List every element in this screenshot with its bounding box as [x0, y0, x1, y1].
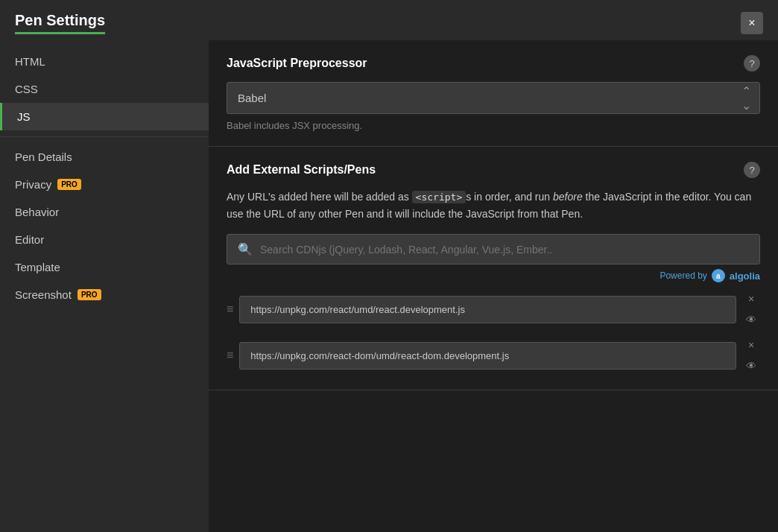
- sidebar-item-privacy[interactable]: Privacy PRO: [0, 171, 209, 198]
- sidebar-item-html[interactable]: HTML: [0, 48, 209, 75]
- preprocessor-select-wrapper: None Babel TypeScript CoffeeScript LiveS…: [227, 82, 760, 114]
- remove-script-2-button[interactable]: ×: [742, 336, 760, 354]
- modal-header: Pen Settings ×: [0, 0, 778, 34]
- desc-em: before: [553, 191, 583, 203]
- sidebar-label-behavior: Behavior: [15, 206, 59, 218]
- modal-title: Pen Settings: [15, 12, 105, 34]
- sidebar-label-privacy: Privacy: [15, 178, 51, 191]
- search-box[interactable]: 🔍: [227, 234, 760, 265]
- script-actions-1: × 👁: [742, 290, 760, 329]
- modal: Pen Settings × HTML CSS JS Pen Details: [0, 0, 778, 532]
- remove-script-1-button[interactable]: ×: [742, 290, 760, 308]
- sidebar-item-css[interactable]: CSS: [0, 75, 209, 103]
- sidebar-divider: [0, 136, 209, 137]
- screenshot-pro-badge: PRO: [78, 289, 101, 300]
- algolia-logo-icon: a: [712, 269, 725, 282]
- preprocessor-select[interactable]: None Babel TypeScript CoffeeScript LiveS…: [227, 82, 760, 114]
- script-row-1: ≡ × 👁: [227, 290, 760, 329]
- desc-code: <script>: [412, 191, 467, 203]
- drag-handle-2[interactable]: ≡: [227, 349, 233, 362]
- sidebar-item-js[interactable]: JS: [0, 103, 209, 130]
- sidebar-label-screenshot: Screenshot: [15, 288, 72, 301]
- script-row-2: ≡ × 👁: [227, 336, 760, 375]
- drag-handle-1[interactable]: ≡: [227, 303, 233, 316]
- sidebar-item-behavior[interactable]: Behavior: [0, 198, 209, 226]
- search-input[interactable]: [260, 244, 749, 256]
- sidebar-label-css: CSS: [15, 83, 38, 95]
- sidebar-item-template[interactable]: Template: [0, 253, 209, 281]
- external-scripts-header: Add External Scripts/Pens ?: [227, 162, 760, 178]
- algolia-powered-text: Powered by: [660, 270, 706, 281]
- desc-part1: Any URL's added here will be added as: [227, 191, 409, 203]
- preprocessor-hint: Babel includes JSX processing.: [227, 120, 760, 131]
- sidebar-item-editor[interactable]: Editor: [0, 226, 209, 253]
- title-underline: [15, 32, 105, 34]
- script-actions-2: × 👁: [742, 336, 760, 375]
- preprocessor-header: JavaScript Preprocessor ?: [227, 55, 760, 72]
- algolia-name-text: algolia: [730, 270, 760, 282]
- toggle-script-2-button[interactable]: 👁: [742, 357, 760, 375]
- title-text: Pen Settings: [15, 12, 105, 28]
- external-scripts-description: Any URL's added here will be added as <s…: [227, 189, 760, 222]
- sidebar-item-screenshot[interactable]: Screenshot PRO: [0, 281, 209, 308]
- sidebar-label-js: JS: [17, 110, 31, 123]
- search-icon: 🔍: [238, 242, 253, 256]
- preprocessor-section: JavaScript Preprocessor ? None Babel Typ…: [209, 40, 778, 147]
- modal-body: HTML CSS JS Pen Details Privacy PRO Be: [0, 40, 778, 532]
- external-scripts-section: Add External Scripts/Pens ? Any URL's ad…: [209, 147, 778, 390]
- preprocessor-title: JavaScript Preprocessor: [227, 57, 367, 70]
- desc-part2: s in order, and run: [466, 191, 553, 203]
- sidebar: HTML CSS JS Pen Details Privacy PRO Be: [0, 40, 209, 532]
- external-scripts-title: Add External Scripts/Pens: [227, 163, 376, 177]
- sidebar-label-editor: Editor: [15, 233, 44, 246]
- script-input-1[interactable]: [239, 296, 736, 323]
- sidebar-item-pen-details[interactable]: Pen Details: [0, 143, 209, 171]
- script-input-2[interactable]: [239, 342, 736, 370]
- toggle-script-1-button[interactable]: 👁: [742, 311, 760, 329]
- sidebar-label-pen-details: Pen Details: [15, 151, 72, 163]
- main-content: JavaScript Preprocessor ? None Babel Typ…: [209, 40, 778, 532]
- close-button[interactable]: ×: [741, 12, 763, 34]
- sidebar-label-template: Template: [15, 261, 60, 273]
- sidebar-label-html: HTML: [15, 55, 45, 68]
- privacy-pro-badge: PRO: [57, 179, 81, 190]
- algolia-credit: Powered by a algolia: [227, 269, 760, 282]
- preprocessor-help-icon[interactable]: ?: [744, 55, 760, 72]
- external-scripts-help-icon[interactable]: ?: [744, 162, 760, 178]
